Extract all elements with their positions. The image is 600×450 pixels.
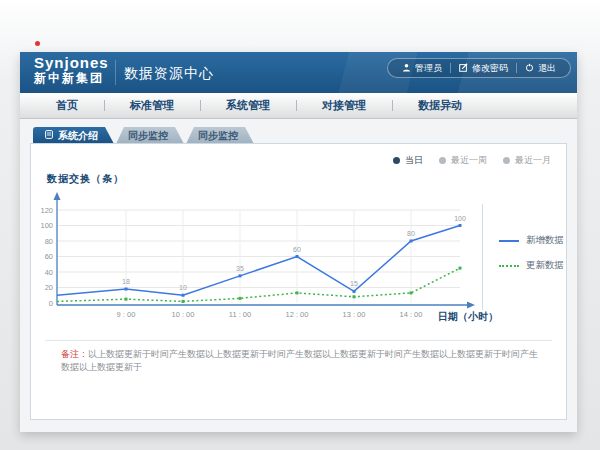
svg-text:60: 60 — [45, 252, 53, 261]
nav-item-home[interactable]: 首页 — [30, 93, 104, 118]
main-nav: 首页 标准管理 系统管理 对接管理 数据异动 — [20, 93, 577, 119]
legend-label: 新增数据 — [526, 234, 564, 247]
radio-today[interactable]: 当日 — [393, 154, 423, 167]
content-area: 系统介绍 同步监控 同步监控 当日 最近一周 — [20, 119, 577, 432]
brand-accent-dot — [35, 41, 40, 46]
footnote-text: 以上数据更新于时间产生数据以上数据更新于时间产生数据以上数据更新于时间产生数据以… — [61, 349, 538, 372]
document-icon — [45, 127, 53, 144]
user-menu-logout-label: 退出 — [538, 62, 556, 75]
logo-brand: Synjones — [34, 55, 109, 72]
svg-text:60: 60 — [293, 246, 301, 253]
chart-legend: 新增数据 更新数据 — [499, 234, 564, 272]
legend-item-updated-data[interactable]: 更新数据 — [499, 259, 564, 272]
radio-label: 最近一月 — [515, 154, 551, 167]
tab-system-intro[interactable]: 系统介绍 — [33, 127, 114, 144]
svg-text:12 : 00: 12 : 00 — [286, 310, 309, 319]
app-window: Synjones 新中新集团 数据资源中心 管理员 修改密码 — [20, 52, 577, 432]
tab-label: 同步监控 — [128, 127, 168, 144]
svg-text:80: 80 — [407, 230, 415, 237]
legend-swatch-dotted — [499, 265, 519, 267]
user-icon — [402, 63, 411, 74]
app-header: Synjones 新中新集团 数据资源中心 管理员 修改密码 — [20, 52, 577, 93]
edit-icon — [459, 63, 468, 74]
svg-text:15: 15 — [350, 280, 358, 287]
radio-label: 最近一周 — [451, 154, 487, 167]
user-menu: 管理员 修改密码 退出 — [387, 58, 571, 78]
svg-text:13 : 00: 13 : 00 — [343, 310, 366, 319]
radio-dot — [503, 157, 510, 164]
page: Synjones 新中新集团 数据资源中心 管理员 修改密码 — [0, 0, 600, 450]
radio-last-week[interactable]: 最近一周 — [439, 154, 487, 167]
svg-text:日期（小时）: 日期（小时） — [438, 311, 498, 322]
footnote-label: 备注： — [61, 349, 88, 359]
user-menu-admin[interactable]: 管理员 — [394, 62, 450, 75]
power-icon — [525, 63, 534, 74]
svg-text:35: 35 — [236, 265, 244, 272]
tab-bar: 系统介绍 同步监控 同步监控 — [33, 127, 254, 144]
nav-item-system-mgmt[interactable]: 系统管理 — [200, 93, 296, 118]
user-menu-change-password-label: 修改密码 — [472, 62, 508, 75]
svg-text:9 : 00: 9 : 00 — [117, 310, 136, 319]
svg-text:11 : 00: 11 : 00 — [229, 310, 251, 319]
svg-text:14 : 00: 14 : 00 — [400, 310, 423, 319]
footnote: 备注：以上数据更新于时间产生数据以上数据更新于时间产生数据以上数据更新于时间产生… — [61, 348, 546, 373]
chart-svg: 0204060801001209 : 0010 : 0011 : 0012 : … — [40, 185, 540, 330]
chart-panel: 当日 最近一周 最近一月 数据交换（条） 0204060801001209 : … — [30, 143, 567, 420]
radio-last-month[interactable]: 最近一月 — [503, 154, 551, 167]
page-title: 数据资源中心 — [124, 65, 214, 83]
svg-text:100: 100 — [40, 221, 53, 230]
radio-dot — [439, 157, 446, 164]
logo: Synjones 新中新集团 — [34, 55, 109, 85]
note-divider — [45, 340, 552, 341]
svg-text:10 : 00: 10 : 00 — [172, 310, 195, 319]
nav-item-data-change[interactable]: 数据异动 — [392, 93, 488, 118]
user-menu-change-password[interactable]: 修改密码 — [451, 62, 516, 75]
svg-text:10: 10 — [179, 284, 187, 291]
nav-item-standard-mgmt[interactable]: 标准管理 — [104, 93, 200, 118]
svg-text:80: 80 — [45, 237, 53, 246]
header-divider — [115, 60, 116, 85]
svg-text:100: 100 — [454, 215, 466, 222]
tab-label: 系统介绍 — [58, 127, 98, 144]
tab-sync-monitor-2[interactable]: 同步监控 — [186, 127, 254, 144]
user-menu-logout[interactable]: 退出 — [517, 62, 564, 75]
tab-sync-monitor-1[interactable]: 同步监控 — [116, 127, 184, 144]
y-axis-title: 数据交换（条） — [47, 172, 124, 186]
svg-text:40: 40 — [45, 268, 53, 277]
legend-divider — [482, 204, 483, 310]
user-menu-admin-label: 管理员 — [415, 62, 442, 75]
svg-text:120: 120 — [40, 206, 53, 215]
logo-company: 新中新集团 — [34, 72, 109, 85]
legend-swatch-solid — [499, 240, 519, 242]
nav-item-integration-mgmt[interactable]: 对接管理 — [296, 93, 392, 118]
radio-dot-selected — [393, 157, 400, 164]
svg-text:18: 18 — [122, 278, 130, 285]
legend-label: 更新数据 — [526, 259, 564, 272]
legend-item-new-data[interactable]: 新增数据 — [499, 234, 564, 247]
svg-text:20: 20 — [45, 283, 53, 292]
time-filter: 当日 最近一周 最近一月 — [393, 154, 551, 167]
svg-text:0: 0 — [49, 299, 53, 308]
tab-label: 同步监控 — [198, 127, 238, 144]
radio-label: 当日 — [405, 154, 423, 167]
